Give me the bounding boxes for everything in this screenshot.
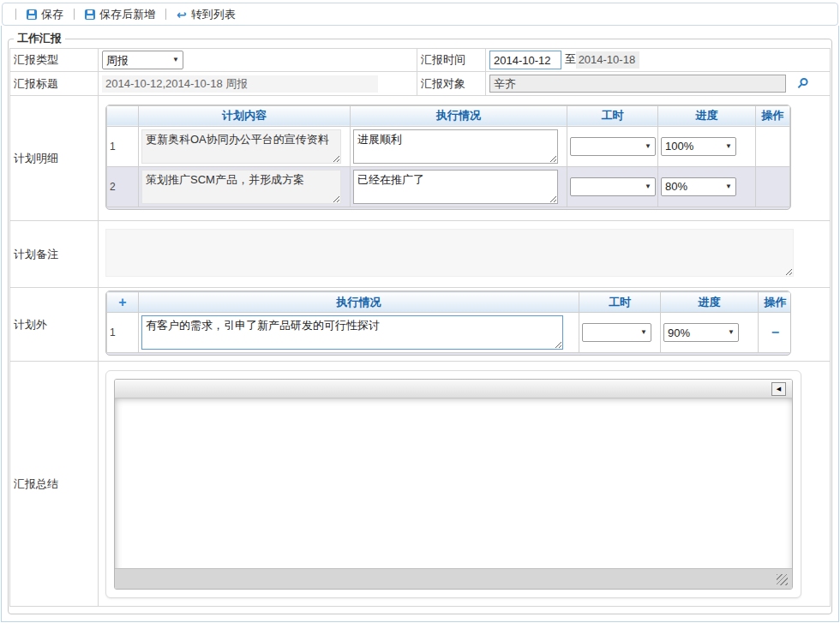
summary-editor-panel: ◀ (105, 370, 801, 598)
toolbar-separator (74, 9, 75, 20)
main-content: 工作汇报 汇报类型 周报 汇报时间 (1, 26, 839, 622)
save-and-new-label: 保存后新增 (99, 7, 155, 22)
hours-select-wrap (570, 177, 656, 196)
progress-select-wrap: 80% (661, 177, 736, 196)
extra-execution-textarea[interactable]: 有客户的需求，引申了新产品研发的可行性探讨 (141, 315, 563, 350)
summary-label: 汇报总结 (10, 362, 99, 607)
table-row: 2 策划推广SCM产品，并形成方案 已经在推广了 (107, 166, 790, 207)
hours-select[interactable] (570, 137, 656, 156)
remove-row-button[interactable]: − (761, 326, 789, 339)
plan-detail-label: 计划明细 (10, 96, 99, 221)
save-icon (85, 9, 95, 20)
date-range-to-label: 至 (565, 52, 576, 65)
editor-toolbar: ◀ (115, 380, 792, 398)
table-row: 1 有客户的需求，引申了新产品研发的可行性探讨 (107, 313, 792, 353)
summary-edit-area[interactable] (115, 398, 792, 568)
summary-rich-text-editor: ◀ (114, 379, 793, 590)
row-index: 1 (107, 126, 139, 166)
toolbar-separator (15, 9, 16, 20)
progress-select-wrap: 90% (663, 323, 739, 342)
add-row-button[interactable]: + (109, 296, 136, 309)
table-row: 1 更新奥科OA协同办公平台的宣传资料 进展顺利 (107, 126, 790, 166)
search-icon[interactable] (796, 77, 809, 90)
report-form-table: 汇报类型 周报 汇报时间 至2014-10-18 (9, 48, 831, 607)
work-report-fieldset: 工作汇报 汇报类型 周报 汇报时间 (8, 31, 832, 614)
plan-detail-grid: 计划内容 执行情况 工时 进度 操作 1 更新奥科OA协同办公平台的宣传资料 进 (105, 105, 791, 210)
extra-plan-label: 计划外 (10, 288, 99, 362)
extra-plan-grid: + 执行情况 工时 进度 操作 1 有客户的需求，引申了新产品研发的可行性探讨 (105, 291, 791, 356)
report-target-input[interactable] (489, 75, 786, 93)
plan-detail-action-header: 操作 (756, 105, 790, 126)
hours-select-wrap (582, 323, 651, 342)
go-to-list-label: 转到列表 (191, 7, 236, 22)
report-type-select-wrap: 周报 (102, 51, 183, 69)
plan-detail-hours-header: 工时 (567, 105, 658, 126)
toolbar-separator (165, 9, 166, 20)
editor-status-bar (115, 568, 792, 589)
extra-plan-hours-header: 工时 (579, 292, 661, 313)
toolbar-collapse-button[interactable]: ◀ (771, 382, 786, 396)
save-icon (27, 9, 37, 20)
plan-content-textarea[interactable]: 策划推广SCM产品，并形成方案 (141, 170, 341, 204)
execution-textarea[interactable]: 已经在推广了 (353, 170, 558, 204)
row-index: 2 (107, 166, 139, 207)
report-type-label: 汇报类型 (10, 49, 99, 72)
plan-detail-progress-header: 进度 (658, 105, 756, 126)
resize-grip-icon[interactable] (777, 574, 788, 585)
back-arrow-icon: ↩ (177, 9, 187, 20)
save-button[interactable]: 保存 (24, 5, 66, 24)
hours-select[interactable] (582, 323, 651, 342)
plan-detail-execution-header: 执行情况 (351, 105, 567, 126)
extra-plan-progress-header: 进度 (661, 292, 759, 313)
hours-select-wrap (570, 137, 656, 156)
plan-note-label: 计划备注 (10, 221, 99, 288)
extra-plan-execution-header: 执行情况 (139, 292, 579, 313)
progress-select[interactable]: 100% (661, 137, 736, 156)
report-end-date: 2014-10-18 (576, 51, 639, 69)
action-cell (756, 166, 790, 207)
report-time-label: 汇报时间 (417, 49, 486, 72)
hours-select[interactable] (570, 177, 656, 196)
report-target-label: 汇报对象 (417, 72, 486, 96)
save-label: 保存 (41, 7, 63, 22)
action-cell (756, 126, 790, 166)
plan-detail-index-header (107, 105, 139, 126)
form-title: 工作汇报 (14, 31, 65, 46)
go-to-list-button[interactable]: ↩ 转到列表 (174, 5, 238, 24)
extra-plan-action-header: 操作 (759, 292, 792, 313)
row-index: 1 (107, 313, 139, 353)
report-title-label: 汇报标题 (10, 72, 99, 96)
progress-select-wrap: 100% (661, 137, 736, 156)
plan-content-textarea[interactable]: 更新奥科OA协同办公平台的宣传资料 (141, 129, 341, 164)
save-and-new-button[interactable]: 保存后新增 (82, 5, 158, 24)
progress-select[interactable]: 80% (661, 177, 736, 196)
plan-note-textarea[interactable] (105, 229, 794, 277)
toolbar: 保存 保存后新增 ↩ 转到列表 (2, 3, 838, 26)
execution-textarea[interactable]: 进展顺利 (353, 129, 558, 164)
work-report-page: 保存 保存后新增 ↩ 转到列表 工作汇报 汇报类型 (0, 3, 840, 629)
report-title-value: 2014-10-12,2014-10-18 周报 (102, 75, 378, 93)
progress-select[interactable]: 90% (663, 323, 739, 342)
report-start-date-input[interactable] (489, 51, 561, 69)
report-type-select[interactable]: 周报 (102, 51, 183, 69)
plan-detail-content-header: 计划内容 (139, 105, 351, 126)
